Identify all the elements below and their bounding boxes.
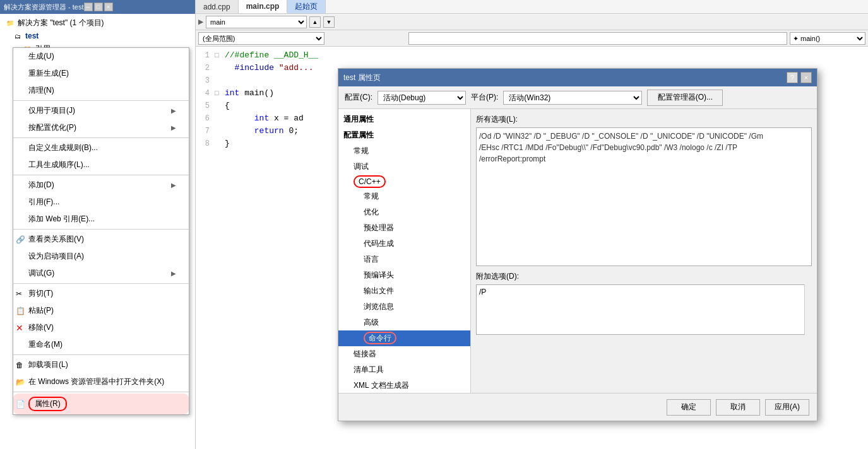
tab-add-cpp[interactable]: add.cpp — [196, 0, 239, 13]
folder-icon: 📂 — [16, 378, 25, 387]
ctx-paste[interactable]: 📋 粘贴(P) — [13, 302, 189, 319]
ctx-config-optimize[interactable]: 按配置优化(P) ▶ — [13, 119, 189, 136]
help-icon: ? — [790, 74, 794, 81]
ctx-clean[interactable]: 清理(N) — [13, 82, 189, 99]
prop-cpp[interactable]: C/C++ — [338, 175, 470, 189]
ctx-build-order-label: 工具生成顺序(L)... — [28, 160, 90, 170]
panel-minimize-btn[interactable]: ─ — [84, 3, 93, 11]
ctx-custom-rules[interactable]: 自定义生成规则(B)... — [13, 139, 189, 156]
ctx-add[interactable]: 添加(D) ▶ — [13, 177, 189, 194]
solution-root-item[interactable]: 📁 解决方案 "test" (1 个项目) — [3, 16, 193, 30]
combo-down-btn[interactable]: ▼ — [323, 16, 335, 28]
panel-close-btn[interactable]: × — [104, 3, 113, 11]
ctx-arrow1: ▶ — [171, 107, 176, 114]
ctx-sep7 — [13, 392, 189, 392]
ctx-build-order[interactable]: 工具生成顺序(L)... — [13, 156, 189, 173]
tab-add-cpp-label: add.cpp — [203, 3, 230, 11]
tab-main-cpp[interactable]: main.cpp — [239, 0, 288, 13]
prop-debug[interactable]: 调试 — [338, 159, 470, 175]
additional-scrollbar[interactable] — [804, 284, 812, 335]
solution-header-title: 解决方案资源管理器 - test — [4, 3, 84, 12]
prop-cpp-browse[interactable]: 浏览信息 — [338, 299, 470, 315]
dialog-titlebar: test 属性页 ? × — [338, 69, 817, 86]
function-combo[interactable]: main — [206, 16, 307, 28]
all-options-label: 所有选项(L): — [476, 114, 812, 125]
ctx-properties-label: 属性(R) — [28, 397, 67, 411]
toolbar-arrow-icon: ▶ — [198, 18, 203, 26]
prop-manifest[interactable]: 清单工具 — [338, 362, 470, 378]
solution-explorer-header: 解决方案资源管理器 - test ─ □ × — [0, 0, 195, 14]
tab-main-cpp-label: main.cpp — [246, 2, 280, 11]
tab-start-page-label: 起始页 — [295, 1, 318, 12]
ctx-cut[interactable]: ✂ 剪切(T) — [13, 285, 189, 302]
confirm-btn[interactable]: 确定 — [667, 399, 711, 416]
config-label: 配置(C): — [345, 92, 372, 103]
ctx-arrow3: ▶ — [171, 182, 176, 189]
dialog-body: 通用属性 配置属性 常规 调试 C/C++ 常规 优化 预处理器 代码生成 语言… — [338, 109, 817, 393]
additional-options-wrapper: /P — [476, 284, 812, 337]
properties-icon: 📄 — [16, 400, 25, 409]
prop-cpp-advanced[interactable]: 高级 — [338, 315, 470, 330]
ctx-rename-label: 重命名(M) — [28, 339, 62, 350]
ctx-class-diagram[interactable]: 🔗 查看类关系图(V) — [13, 231, 189, 248]
ctx-build[interactable]: 生成(U) — [13, 48, 189, 65]
additional-options-input[interactable]: /P — [476, 284, 812, 335]
ctx-sep2 — [13, 137, 189, 138]
ctx-unload-label: 卸载项目(L) — [28, 359, 68, 370]
editor-toolbar1: ▶ main ▲ ▼ — [196, 14, 868, 30]
ctx-arrow2: ▶ — [171, 124, 176, 131]
scope-combo[interactable]: (全局范围) — [198, 32, 324, 45]
ctx-properties[interactable]: 📄 属性(R) — [13, 394, 189, 414]
ctx-project-only[interactable]: 仅用于项目(J) ▶ — [13, 102, 189, 119]
prop-cpp-cmdline[interactable]: 命令行 — [338, 330, 470, 346]
config-mgr-btn[interactable]: 配置管理器(O)... — [647, 90, 723, 106]
dialog-title-buttons: ? × — [787, 72, 812, 83]
apply-btn[interactable]: 应用(A) — [765, 399, 809, 416]
cpp-highlight: C/C++ — [354, 175, 386, 188]
platform-combo[interactable]: 活动(Win32) — [503, 91, 642, 105]
prop-general[interactable]: 通用属性 — [338, 112, 470, 127]
prop-config[interactable]: 配置属性 — [338, 127, 470, 143]
config-combo[interactable]: 活动(Debug) — [378, 91, 466, 105]
member-combo[interactable]: ✦ main() — [790, 32, 865, 45]
dialog-help-btn[interactable]: ? — [787, 72, 798, 83]
prop-cpp-codegen[interactable]: 代码生成 — [338, 236, 470, 252]
prop-xml-doc[interactable]: XML 文档生成器 — [338, 378, 470, 393]
cancel-btn[interactable]: 取消 — [716, 399, 760, 416]
ctx-reference[interactable]: 引用(F)... — [13, 194, 189, 211]
ctx-sep6 — [13, 354, 189, 355]
ctx-debug[interactable]: 调试(G) ▶ — [13, 265, 189, 282]
prop-linker[interactable]: 链接器 — [338, 346, 470, 362]
project-item[interactable]: 🗂 test — [3, 30, 193, 42]
ctx-unload-project[interactable]: 🗑 卸载项目(L) — [13, 356, 189, 373]
ctx-remove[interactable]: ✕ 移除(V) — [13, 319, 189, 336]
ctx-sep1 — [13, 100, 189, 101]
ctx-config-optimize-label: 按配置优化(P) — [28, 122, 76, 133]
ctx-paste-label: 粘贴(P) — [28, 305, 54, 316]
ctx-build-label: 生成(U) — [28, 51, 54, 62]
ctx-custom-rules-label: 自定义生成规则(B)... — [28, 143, 98, 153]
ctx-arrow4: ▶ — [171, 270, 176, 277]
prop-cpp-output[interactable]: 输出文件 — [338, 283, 470, 299]
ctx-rename[interactable]: 重命名(M) — [13, 336, 189, 353]
dialog-close-btn[interactable]: × — [800, 72, 812, 83]
tab-start-page[interactable]: 起始页 — [287, 0, 326, 13]
prop-general-child[interactable]: 常规 — [338, 143, 470, 159]
ctx-remove-label: 移除(V) — [28, 322, 54, 333]
ctx-open-folder[interactable]: 📂 在 Windows 资源管理器中打开文件夹(X) — [13, 373, 189, 390]
prop-cpp-general[interactable]: 常规 — [338, 189, 470, 204]
ctx-add-web-ref[interactable]: 添加 Web 引用(E)... — [13, 211, 189, 228]
dialog-toolbar: 配置(C): 活动(Debug) 平台(P): 活动(Win32) 配置管理器(… — [338, 86, 817, 109]
ctx-sep5 — [13, 283, 189, 284]
prop-cpp-preprocessor[interactable]: 预处理器 — [338, 220, 470, 236]
all-options-content: /Od /D "WIN32" /D "_DEBUG" /D "_CONSOLE"… — [479, 132, 763, 163]
combo-up-btn[interactable]: ▲ — [309, 16, 321, 28]
ctx-set-startup[interactable]: 设为启动项目(A) — [13, 248, 189, 265]
ctx-project-only-label: 仅用于项目(J) — [28, 105, 75, 116]
prop-cpp-optimize[interactable]: 优化 — [338, 204, 470, 220]
prop-cpp-language[interactable]: 语言 — [338, 252, 470, 267]
panel-float-btn[interactable]: □ — [94, 3, 103, 11]
properties-dialog: test 属性页 ? × 配置(C): 活动(Debug) 平台(P): 活动(… — [338, 68, 817, 421]
prop-cpp-precompiled[interactable]: 预编译头 — [338, 267, 470, 283]
ctx-rebuild[interactable]: 重新生成(E) — [13, 65, 189, 82]
